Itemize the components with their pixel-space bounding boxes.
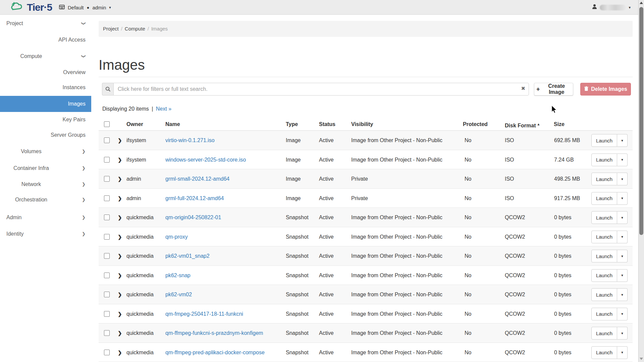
column-header-visibility[interactable]: Visibility xyxy=(351,118,373,131)
row-checkbox[interactable] xyxy=(104,350,110,355)
expand-row-icon[interactable]: ❯ xyxy=(118,343,122,362)
sidebar-item-admin[interactable]: Admin ❯ xyxy=(0,209,91,226)
launch-button[interactable]: Launch xyxy=(591,134,617,147)
expand-row-icon[interactable]: ❯ xyxy=(118,131,122,150)
image-name-link[interactable]: qm-origin04-250822-01 xyxy=(165,208,221,227)
launch-dropdown-toggle[interactable]: ▾ xyxy=(617,308,628,320)
launch-button[interactable]: Launch xyxy=(591,308,617,320)
launch-dropdown-toggle[interactable]: ▾ xyxy=(617,134,628,147)
row-checkbox[interactable] xyxy=(104,311,110,317)
row-checkbox[interactable] xyxy=(104,137,110,143)
launch-button[interactable]: Launch xyxy=(591,346,617,359)
launch-dropdown-toggle[interactable]: ▾ xyxy=(617,346,628,359)
image-name-link[interactable]: grml-small-2024.12-amd64 xyxy=(165,169,229,189)
sidebar-item-images[interactable]: Images xyxy=(0,96,91,112)
breadcrumb-project[interactable]: Project xyxy=(103,26,119,32)
scroll-down-icon[interactable] xyxy=(640,358,643,360)
sidebar-item-compute[interactable]: Compute ❯ xyxy=(0,48,91,64)
row-checkbox[interactable] xyxy=(104,157,110,163)
expand-row-icon[interactable]: ❯ xyxy=(118,285,122,304)
launch-dropdown-toggle[interactable]: ▾ xyxy=(617,250,628,262)
expand-row-icon[interactable]: ❯ xyxy=(118,266,122,285)
image-name-link[interactable]: qm-fmpeg-250417-18-11-funkcni xyxy=(165,304,243,324)
image-name-link[interactable]: qm-ffmpeg-pred-aplikaci-docker-compose xyxy=(165,343,265,362)
launch-dropdown-toggle[interactable]: ▾ xyxy=(617,288,628,301)
column-header-owner[interactable]: Owner xyxy=(126,118,143,131)
sidebar-item-overview[interactable]: Overview xyxy=(0,64,91,80)
user-menu[interactable]: ▾ xyxy=(592,0,631,15)
scrollbar-thumb[interactable] xyxy=(639,7,643,235)
sidebar-item-container-infra[interactable]: Container Infra ❯ xyxy=(0,160,91,176)
delete-images-button[interactable]: Delete Images xyxy=(580,83,631,96)
sidebar-item-instances[interactable]: Instances xyxy=(0,79,91,96)
next-page-link[interactable]: Next » xyxy=(156,106,171,112)
launch-dropdown-toggle[interactable]: ▾ xyxy=(617,154,628,166)
sidebar-item-volumes[interactable]: Volumes ❯ xyxy=(0,143,91,160)
sidebar-item-network[interactable]: Network ❯ xyxy=(0,176,91,192)
breadcrumb-compute[interactable]: Compute xyxy=(125,26,145,32)
image-name-link[interactable]: pk62-vm02 xyxy=(165,285,192,304)
expand-row-icon[interactable]: ❯ xyxy=(118,208,122,227)
scroll-up-icon[interactable] xyxy=(640,2,643,4)
create-image-button[interactable]: + Create Image xyxy=(534,83,573,96)
column-header-disk-format[interactable]: Disk Format▲ xyxy=(505,118,540,132)
search-input[interactable] xyxy=(113,83,529,96)
expand-row-icon[interactable]: ❯ xyxy=(118,323,122,343)
image-name-link[interactable]: pk62-vm01_snap2 xyxy=(165,246,210,266)
expand-row-icon[interactable]: ❯ xyxy=(118,189,122,208)
launch-dropdown-toggle[interactable]: ▾ xyxy=(617,173,628,185)
context-switcher[interactable]: Default ● admin ▾ xyxy=(59,0,111,15)
row-checkbox[interactable] xyxy=(104,253,110,259)
brand-logo[interactable]: Tier·5 xyxy=(10,1,52,13)
expand-row-icon[interactable]: ❯ xyxy=(118,150,122,170)
clear-search-icon[interactable]: ✖ xyxy=(521,85,525,92)
image-name-link[interactable]: qm-ffmpeg-funkcni-s-prazdnym-konfigem xyxy=(165,323,263,343)
row-checkbox[interactable] xyxy=(104,215,110,220)
row-checkbox[interactable] xyxy=(104,330,110,336)
expand-row-icon[interactable]: ❯ xyxy=(118,169,122,189)
column-header-name[interactable]: Name xyxy=(165,118,180,131)
launch-button[interactable]: Launch xyxy=(591,173,617,185)
sidebar-item-key-pairs[interactable]: Key Pairs xyxy=(0,112,91,128)
launch-button[interactable]: Launch xyxy=(591,154,617,166)
column-header-size[interactable]: Size xyxy=(554,118,565,131)
breadcrumb-separator: / xyxy=(121,26,122,32)
column-header-type[interactable]: Type xyxy=(286,118,298,131)
sidebar-item-orchestration[interactable]: Orchestration ❯ xyxy=(0,192,91,208)
sidebar-item-project[interactable]: Project ❯ xyxy=(0,15,91,32)
launch-button[interactable]: Launch xyxy=(591,250,617,262)
image-name-link[interactable]: pk62-snap xyxy=(165,266,191,285)
row-checkbox[interactable] xyxy=(104,195,110,201)
launch-dropdown-toggle[interactable]: ▾ xyxy=(617,327,628,340)
launch-dropdown-toggle[interactable]: ▾ xyxy=(617,211,628,224)
expand-row-icon[interactable]: ❯ xyxy=(118,227,122,247)
row-checkbox[interactable] xyxy=(104,176,110,182)
column-header-protected[interactable]: Protected xyxy=(463,118,488,131)
vertical-scrollbar[interactable] xyxy=(638,0,644,362)
sidebar-item-identity[interactable]: Identity ❯ xyxy=(0,226,91,242)
row-checkbox[interactable] xyxy=(104,234,110,240)
sidebar-item-label: Server Groups xyxy=(51,127,86,143)
launch-dropdown-toggle[interactable]: ▾ xyxy=(617,231,628,243)
row-checkbox[interactable] xyxy=(104,273,110,278)
launch-button[interactable]: Launch xyxy=(591,269,617,282)
image-name-link[interactable]: virtio-win-0.1.271.iso xyxy=(165,131,215,150)
launch-button[interactable]: Launch xyxy=(591,288,617,301)
launch-button[interactable]: Launch xyxy=(591,231,617,243)
select-all-checkbox[interactable] xyxy=(104,121,110,127)
image-name-link[interactable]: qm-proxy xyxy=(165,227,188,247)
launch-button[interactable]: Launch xyxy=(591,211,617,224)
launch-dropdown-toggle[interactable]: ▾ xyxy=(617,192,628,205)
launch-button[interactable]: Launch xyxy=(591,327,617,340)
visibility-cell: Private xyxy=(351,189,368,208)
launch-button[interactable]: Launch xyxy=(591,192,617,205)
row-checkbox[interactable] xyxy=(104,292,110,297)
expand-row-icon[interactable]: ❯ xyxy=(118,304,122,324)
expand-row-icon[interactable]: ❯ xyxy=(118,246,122,266)
launch-dropdown-toggle[interactable]: ▾ xyxy=(617,269,628,282)
sidebar-item-api-access[interactable]: API Access xyxy=(0,32,91,48)
image-name-link[interactable]: windows-server-2025-std-core.iso xyxy=(165,150,246,170)
image-name-link[interactable]: grml-full-2024.12-amd64 xyxy=(165,189,224,208)
column-header-status[interactable]: Status xyxy=(319,118,335,131)
sidebar-item-server-groups[interactable]: Server Groups xyxy=(0,127,91,143)
